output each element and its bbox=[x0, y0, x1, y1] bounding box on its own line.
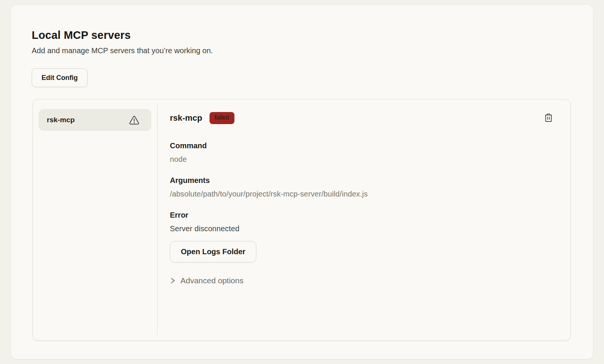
delete-server-button[interactable] bbox=[542, 111, 555, 125]
server-detail-pane: rsk-mcp failed bbox=[157, 100, 570, 340]
command-field: Command node bbox=[170, 141, 555, 164]
error-value: Server disconnected bbox=[170, 224, 555, 233]
error-label: Error bbox=[170, 211, 555, 220]
settings-card: Local MCP servers Add and manage MCP ser… bbox=[11, 5, 593, 359]
error-field: Error Server disconnected bbox=[170, 211, 555, 233]
arguments-field: Arguments /absolute/path/to/your/project… bbox=[170, 176, 555, 198]
local-mcp-servers-page: Local MCP servers Add and manage MCP ser… bbox=[0, 0, 604, 364]
page-subtitle: Add and manage MCP servers that you’re w… bbox=[32, 46, 593, 55]
command-value: node bbox=[170, 155, 555, 164]
advanced-options-label: Advanced options bbox=[180, 276, 243, 285]
open-logs-folder-button[interactable]: Open Logs Folder bbox=[170, 241, 256, 263]
chevron-right-icon bbox=[170, 277, 176, 284]
command-label: Command bbox=[170, 141, 555, 150]
page-title: Local MCP servers bbox=[32, 29, 593, 41]
arguments-value: /absolute/path/to/your/project/rsk-mcp-s… bbox=[170, 190, 555, 198]
server-item-label: rsk-mcp bbox=[47, 116, 75, 124]
server-list-item-rsk-mcp[interactable]: rsk-mcp bbox=[39, 109, 151, 131]
server-list-sidebar: rsk-mcp bbox=[33, 100, 157, 340]
arguments-label: Arguments bbox=[170, 176, 555, 185]
advanced-options-toggle[interactable]: Advanced options bbox=[170, 276, 555, 285]
server-detail-header: rsk-mcp failed bbox=[170, 112, 555, 124]
warning-triangle-icon bbox=[129, 115, 139, 125]
trash-icon bbox=[544, 113, 553, 123]
server-panel: rsk-mcp rsk-mcp failed bbox=[32, 99, 571, 341]
server-name-heading: rsk-mcp bbox=[170, 113, 202, 123]
status-badge: failed bbox=[210, 112, 234, 124]
edit-config-button[interactable]: Edit Config bbox=[32, 68, 88, 87]
